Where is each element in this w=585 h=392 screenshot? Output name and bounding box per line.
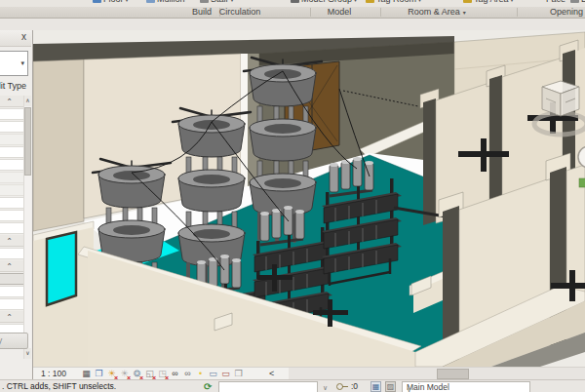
panel-label: Model xyxy=(328,7,352,17)
property-row-value[interactable] xyxy=(0,121,25,133)
chevron-down-icon: ▾ xyxy=(354,0,357,3)
status-bar: . CTRL adds, SHIFT unselects. ⟳ ∨ :0 ▦ ▨… xyxy=(0,379,585,392)
editing-requests-count: :0 xyxy=(351,380,358,392)
chevron-down-icon: ▾ xyxy=(463,10,466,16)
property-row-value[interactable] xyxy=(0,197,25,209)
palette-scrollbar[interactable]: ∧ ∨ xyxy=(23,96,31,359)
property-row-button[interactable] xyxy=(0,273,25,285)
doorway xyxy=(47,232,76,305)
panel-separator xyxy=(380,8,381,17)
ribbon-panel-build[interactable]: Build xyxy=(192,7,212,18)
ribbon-button-floor[interactable]: Floor▾ xyxy=(93,0,129,7)
ribbon-button-do[interactable]: Do xyxy=(570,0,585,7)
horizontal-scrollbar[interactable] xyxy=(289,367,585,380)
worksharing-icon[interactable]: ⟳ xyxy=(204,380,214,392)
palette-title-bar: x xyxy=(0,30,31,47)
property-row-value[interactable] xyxy=(0,222,25,234)
3d-view xyxy=(33,30,585,367)
floor-icon xyxy=(93,0,101,3)
property-grid xyxy=(0,96,25,336)
property-row-value[interactable] xyxy=(0,210,25,221)
drawing-area[interactable]: 1 : 100 ▦❐☀×☀×❂×◱×◳×∞∞•▭▭❒ < xyxy=(33,30,585,379)
dormer-icon xyxy=(570,0,579,3)
design-option-select[interactable]: Main Model ∨ xyxy=(402,381,530,392)
ribbon-panel-room-area[interactable]: Room & Area▾ xyxy=(408,7,466,18)
scrollbar-thumb[interactable] xyxy=(24,107,31,176)
ribbon-button-tag-room[interactable]: Tag Room▾ xyxy=(366,0,421,7)
ribbon-button-label: Mullion xyxy=(157,0,185,4)
apply-button[interactable]: Apply xyxy=(0,333,28,349)
ribbon-button-label: Model Group xyxy=(301,0,352,4)
workset-select[interactable]: ∨ xyxy=(218,381,318,392)
property-row-label xyxy=(0,134,25,145)
property-row-value[interactable] xyxy=(0,298,25,310)
chevron-down-icon: ∨ xyxy=(323,384,328,392)
ribbon-panel-opening[interactable]: Opening xyxy=(550,7,583,18)
property-row-value[interactable] xyxy=(0,159,25,171)
revit-window: Floor▾MullionStair▾Model Group▾Tag Room▾… xyxy=(0,0,585,392)
scroll-down-icon[interactable]: ∨ xyxy=(24,348,31,359)
tag-area-icon xyxy=(463,0,472,3)
ribbon-button-label: Face xyxy=(546,0,566,4)
status-message: . CTRL adds, SHIFT unselects. xyxy=(2,380,116,392)
ribbon-button-label: Tag Area xyxy=(474,0,509,4)
property-row-section xyxy=(0,311,25,323)
edit-type-button[interactable]: Edit Type xyxy=(0,80,26,93)
chevron-down-icon: ∨ xyxy=(407,384,526,392)
design-options-pick-icon[interactable]: ▨ xyxy=(385,381,396,392)
close-icon[interactable]: x xyxy=(21,31,26,43)
property-row-section xyxy=(0,235,25,247)
property-row-label xyxy=(0,184,25,196)
type-selector[interactable]: ▾ xyxy=(0,51,28,76)
property-row-value[interactable] xyxy=(0,248,25,259)
ribbon-panel-model[interactable]: Model xyxy=(328,7,352,18)
property-row-label xyxy=(0,172,25,183)
editing-requests-key-icon[interactable] xyxy=(336,383,348,390)
panel-separator xyxy=(517,8,518,17)
chevron-down-icon: ▾ xyxy=(231,0,234,3)
panel-label: Opening xyxy=(550,7,583,17)
panel-separator xyxy=(310,8,311,17)
mullion-icon xyxy=(146,0,155,3)
tag-room-icon xyxy=(366,0,374,3)
property-row-section xyxy=(0,260,25,272)
model-group-icon xyxy=(291,0,299,3)
property-row-value[interactable] xyxy=(0,286,25,297)
ribbon-buttons-row: Floor▾MullionStair▾Model Group▾Tag Room▾… xyxy=(0,0,585,7)
ribbon-button-tag-area[interactable]: Tag Area▾ xyxy=(463,0,514,7)
panel-label: Circulation xyxy=(219,7,261,17)
ribbon-button-mullion[interactable]: Mullion xyxy=(146,0,185,7)
chevron-down-icon: ▾ xyxy=(20,59,24,67)
panel-label: Room & Area xyxy=(408,7,460,17)
ribbon-button-face[interactable]: Face xyxy=(546,0,566,7)
ribbon-button-label: Do xyxy=(581,0,585,4)
ribbon-button-stair[interactable]: Stair▾ xyxy=(200,0,234,7)
property-row-value[interactable] xyxy=(0,146,25,158)
design-options-icon[interactable]: ▦ xyxy=(370,381,381,392)
ribbon-button-label: Floor xyxy=(103,0,124,4)
ribbon-button-model-group[interactable]: Model Group▾ xyxy=(291,0,357,7)
chevron-down-icon: ▾ xyxy=(418,0,421,3)
stair-icon xyxy=(200,0,209,3)
chevron-down-icon: ▾ xyxy=(126,0,129,3)
ribbon-button-label: Stair xyxy=(211,0,229,4)
properties-palette: x ▾ Edit Type ∧ ∨ Apply xyxy=(0,30,33,379)
property-row-section xyxy=(0,96,25,107)
ribbon-panel-circulation[interactable]: Circulation xyxy=(219,7,261,18)
panel-label: Build xyxy=(192,7,212,17)
property-row-value[interactable] xyxy=(0,108,25,120)
ribbon-button-label: Tag Room xyxy=(376,0,416,4)
scrollbar-thumb[interactable] xyxy=(437,369,469,379)
scroll-up-icon[interactable]: ∧ xyxy=(24,96,31,106)
ribbon-panel-labels: BuildCirculationModelRoom & Area▾Opening xyxy=(0,7,585,19)
chevron-down-icon: ▾ xyxy=(511,0,514,3)
